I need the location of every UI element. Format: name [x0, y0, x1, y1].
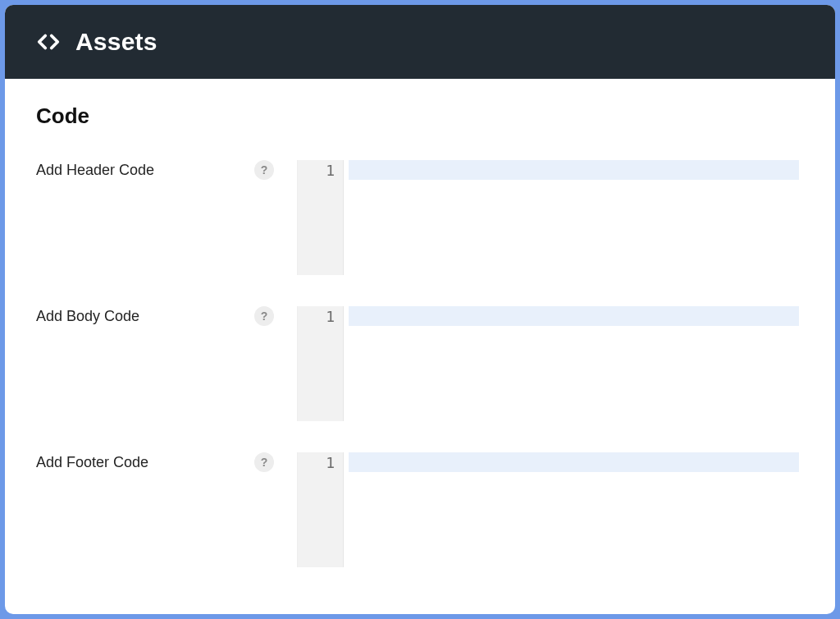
panel-header: Assets [5, 5, 835, 79]
line-number: 1 [298, 454, 335, 471]
field-row: Add Body Code ? 1 [36, 306, 804, 421]
editor-gutter: 1 [298, 452, 344, 567]
code-editor-body: 1 [297, 306, 804, 421]
help-icon[interactable]: ? [254, 160, 274, 180]
field-label-header-code: Add Header Code [36, 162, 246, 179]
line-number: 1 [298, 308, 335, 325]
panel-content: Code Add Header Code ? 1 Add Body Code [5, 79, 835, 614]
header-code-input[interactable] [344, 160, 804, 275]
line-number: 1 [298, 162, 335, 179]
field-label-wrap: Add Footer Code ? [36, 452, 274, 472]
help-icon[interactable]: ? [254, 306, 274, 326]
field-label-body-code: Add Body Code [36, 308, 246, 325]
field-label-wrap: Add Body Code ? [36, 306, 274, 326]
code-editor-header: 1 [297, 160, 804, 275]
editor-area [344, 306, 804, 421]
field-label-wrap: Add Header Code ? [36, 160, 274, 180]
footer-code-input[interactable] [344, 452, 804, 567]
editor-area [344, 452, 804, 567]
code-editor-footer: 1 [297, 452, 804, 567]
assets-panel: Assets Code Add Header Code ? 1 Add [5, 5, 835, 614]
field-row: Add Footer Code ? 1 [36, 452, 804, 567]
body-code-input[interactable] [344, 306, 804, 421]
editor-area [344, 160, 804, 275]
editor-gutter: 1 [298, 306, 344, 421]
help-icon[interactable]: ? [254, 452, 274, 472]
code-icon [36, 30, 61, 54]
editor-gutter: 1 [298, 160, 344, 275]
field-row: Add Header Code ? 1 [36, 160, 804, 275]
section-title: Code [36, 103, 804, 129]
field-label-footer-code: Add Footer Code [36, 454, 246, 471]
panel-title: Assets [75, 28, 158, 56]
